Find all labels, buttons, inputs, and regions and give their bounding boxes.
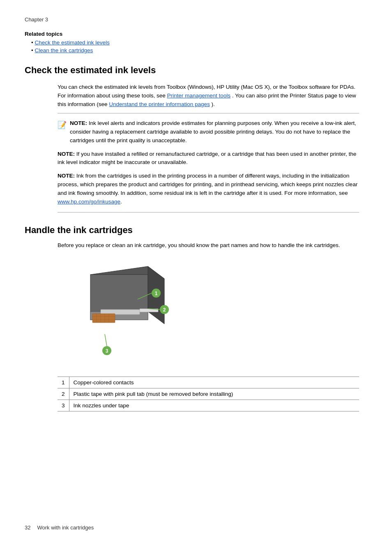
note-2-text: NOTE: If you have installed a refilled o… [58, 150, 359, 167]
section1-heading: Check the estimated ink levels [25, 65, 367, 77]
chapter-label: Chapter 3 [25, 16, 367, 23]
note-icon-1: 📝 [58, 120, 67, 131]
section2-paragraph1: Before you replace or clean an ink cartr… [58, 241, 359, 250]
related-topics-list: Check the estimated ink levels Clean the… [31, 39, 367, 53]
svg-rect-6 [92, 314, 115, 323]
svg-text:3: 3 [106, 348, 108, 354]
section2-body: Before you replace or clean an ink cartr… [58, 241, 359, 411]
svg-text:2: 2 [163, 307, 166, 313]
note-2: NOTE: If you have installed a refilled o… [58, 150, 359, 167]
related-topic-item-2: Clean the ink cartridges [31, 47, 367, 53]
parts-table-row-3: 3 Ink nozzles under tape [58, 400, 359, 411]
related-topic-link-1[interactable]: Check the estimated ink levels [35, 39, 109, 46]
cartridge-svg: 1 2 3 [58, 254, 189, 369]
svg-text:1: 1 [155, 291, 158, 296]
related-topic-link-2[interactable]: Clean the ink cartridges [35, 47, 93, 53]
note-1: 📝 NOTE: Ink level alerts and indicators … [58, 119, 359, 145]
parts-row-3-num: 3 [58, 400, 69, 411]
note-3-text: NOTE: Ink from the cartridges is used in… [58, 172, 359, 206]
footer-label: Work with ink cartridges [37, 525, 94, 531]
related-topics-heading: Related topics [25, 31, 367, 37]
parts-table: 1 Copper-colored contacts 2 Plastic tape… [58, 377, 359, 411]
svg-line-21 [105, 334, 107, 346]
section1-paragraph1: You can check the estimated ink levels f… [58, 83, 359, 109]
section1-body: You can check the estimated ink levels f… [58, 83, 359, 213]
section2-heading: Handle the ink cartridges [25, 225, 367, 236]
parts-row-1-num: 1 [58, 377, 69, 388]
printer-management-tools-link[interactable]: Printer management tools [167, 92, 231, 99]
parts-row-3-label: Ink nozzles under tape [69, 400, 359, 411]
note-box: 📝 NOTE: Ink level alerts and indicators … [58, 113, 359, 213]
parts-row-2-label: Plastic tape with pink pull tab (must be… [69, 388, 359, 400]
note-1-text: NOTE: Ink level alerts and indicators pr… [70, 119, 359, 145]
parts-table-row-2: 2 Plastic tape with pink pull tab (must … [58, 388, 359, 400]
cartridge-illustration: 1 2 3 [58, 254, 189, 369]
footer: 32 Work with ink cartridges [25, 525, 367, 531]
footer-page-num: 32 [25, 525, 30, 531]
printer-information-pages-link[interactable]: Understand the printer information pages [109, 101, 210, 107]
hp-inkusage-link[interactable]: www.hp.com/go/inkusage [58, 199, 120, 205]
related-topics-section: Related topics Check the estimated ink l… [25, 31, 367, 53]
parts-table-row-1: 1 Copper-colored contacts [58, 377, 359, 388]
parts-row-1-label: Copper-colored contacts [69, 377, 359, 388]
parts-row-2-num: 2 [58, 388, 69, 400]
note-3: NOTE: Ink from the cartridges is used in… [58, 172, 359, 206]
related-topic-item-1: Check the estimated ink levels [31, 39, 367, 46]
